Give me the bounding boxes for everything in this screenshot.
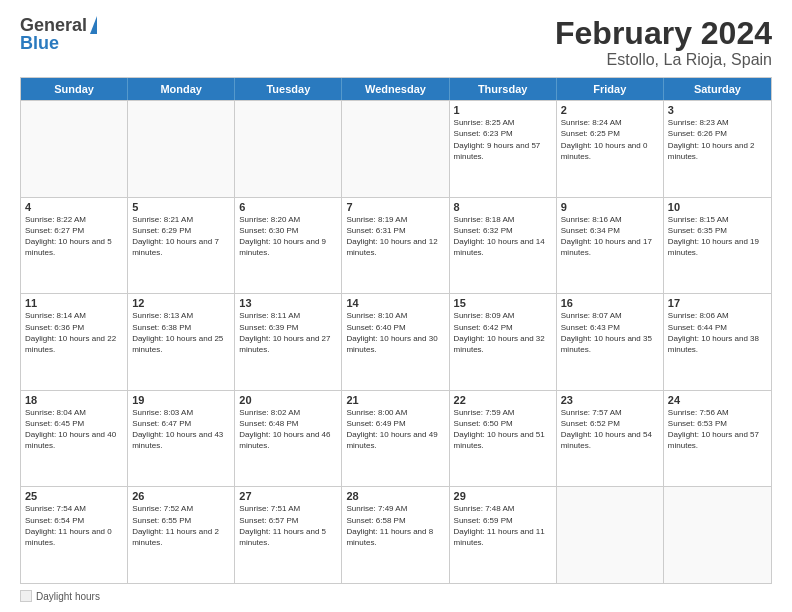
calendar-body: 1Sunrise: 8:25 AMSunset: 6:23 PMDaylight…: [21, 100, 771, 583]
day-number: 2: [561, 104, 659, 116]
page: General Blue February 2024 Estollo, La R…: [0, 0, 792, 612]
day-header-saturday: Saturday: [664, 78, 771, 100]
day-number: 26: [132, 490, 230, 502]
day-cell-22: 22Sunrise: 7:59 AMSunset: 6:50 PMDayligh…: [450, 391, 557, 487]
day-number: 14: [346, 297, 444, 309]
day-info: Sunrise: 8:02 AMSunset: 6:48 PMDaylight:…: [239, 407, 337, 452]
day-number: 27: [239, 490, 337, 502]
day-info: Sunrise: 8:16 AMSunset: 6:34 PMDaylight:…: [561, 214, 659, 259]
day-cell-23: 23Sunrise: 7:57 AMSunset: 6:52 PMDayligh…: [557, 391, 664, 487]
day-cell-1: 1Sunrise: 8:25 AMSunset: 6:23 PMDaylight…: [450, 101, 557, 197]
logo-blue-text: Blue: [20, 34, 97, 52]
footer: Daylight hours: [20, 590, 772, 602]
day-number: 25: [25, 490, 123, 502]
day-number: 13: [239, 297, 337, 309]
day-info: Sunrise: 7:59 AMSunset: 6:50 PMDaylight:…: [454, 407, 552, 452]
day-cell-9: 9Sunrise: 8:16 AMSunset: 6:34 PMDaylight…: [557, 198, 664, 294]
day-cell-21: 21Sunrise: 8:00 AMSunset: 6:49 PMDayligh…: [342, 391, 449, 487]
day-info: Sunrise: 8:06 AMSunset: 6:44 PMDaylight:…: [668, 310, 767, 355]
empty-cell: [21, 101, 128, 197]
calendar-week-1: 1Sunrise: 8:25 AMSunset: 6:23 PMDaylight…: [21, 100, 771, 197]
day-number: 8: [454, 201, 552, 213]
empty-cell: [235, 101, 342, 197]
day-cell-18: 18Sunrise: 8:04 AMSunset: 6:45 PMDayligh…: [21, 391, 128, 487]
day-info: Sunrise: 8:18 AMSunset: 6:32 PMDaylight:…: [454, 214, 552, 259]
day-info: Sunrise: 8:20 AMSunset: 6:30 PMDaylight:…: [239, 214, 337, 259]
day-cell-25: 25Sunrise: 7:54 AMSunset: 6:54 PMDayligh…: [21, 487, 128, 583]
footer-label: Daylight hours: [36, 591, 100, 602]
day-header-wednesday: Wednesday: [342, 78, 449, 100]
day-info: Sunrise: 8:11 AMSunset: 6:39 PMDaylight:…: [239, 310, 337, 355]
calendar-week-5: 25Sunrise: 7:54 AMSunset: 6:54 PMDayligh…: [21, 486, 771, 583]
day-number: 29: [454, 490, 552, 502]
day-header-sunday: Sunday: [21, 78, 128, 100]
day-info: Sunrise: 8:00 AMSunset: 6:49 PMDaylight:…: [346, 407, 444, 452]
day-number: 9: [561, 201, 659, 213]
day-info: Sunrise: 8:04 AMSunset: 6:45 PMDaylight:…: [25, 407, 123, 452]
day-info: Sunrise: 8:25 AMSunset: 6:23 PMDaylight:…: [454, 117, 552, 162]
day-cell-17: 17Sunrise: 8:06 AMSunset: 6:44 PMDayligh…: [664, 294, 771, 390]
day-number: 18: [25, 394, 123, 406]
daylight-indicator: [20, 590, 32, 602]
day-number: 4: [25, 201, 123, 213]
day-number: 23: [561, 394, 659, 406]
day-info: Sunrise: 8:21 AMSunset: 6:29 PMDaylight:…: [132, 214, 230, 259]
day-cell-15: 15Sunrise: 8:09 AMSunset: 6:42 PMDayligh…: [450, 294, 557, 390]
day-cell-12: 12Sunrise: 8:13 AMSunset: 6:38 PMDayligh…: [128, 294, 235, 390]
day-cell-28: 28Sunrise: 7:49 AMSunset: 6:58 PMDayligh…: [342, 487, 449, 583]
day-info: Sunrise: 7:49 AMSunset: 6:58 PMDaylight:…: [346, 503, 444, 548]
day-cell-24: 24Sunrise: 7:56 AMSunset: 6:53 PMDayligh…: [664, 391, 771, 487]
day-info: Sunrise: 8:23 AMSunset: 6:26 PMDaylight:…: [668, 117, 767, 162]
day-cell-7: 7Sunrise: 8:19 AMSunset: 6:31 PMDaylight…: [342, 198, 449, 294]
day-info: Sunrise: 7:57 AMSunset: 6:52 PMDaylight:…: [561, 407, 659, 452]
day-number: 12: [132, 297, 230, 309]
logo: General Blue: [20, 16, 97, 52]
empty-cell: [128, 101, 235, 197]
day-info: Sunrise: 8:10 AMSunset: 6:40 PMDaylight:…: [346, 310, 444, 355]
day-cell-14: 14Sunrise: 8:10 AMSunset: 6:40 PMDayligh…: [342, 294, 449, 390]
calendar-header: SundayMondayTuesdayWednesdayThursdayFrid…: [21, 78, 771, 100]
day-info: Sunrise: 8:13 AMSunset: 6:38 PMDaylight:…: [132, 310, 230, 355]
calendar: SundayMondayTuesdayWednesdayThursdayFrid…: [20, 77, 772, 584]
day-info: Sunrise: 8:15 AMSunset: 6:35 PMDaylight:…: [668, 214, 767, 259]
logo-general-text: General: [20, 16, 87, 34]
empty-cell: [664, 487, 771, 583]
day-cell-10: 10Sunrise: 8:15 AMSunset: 6:35 PMDayligh…: [664, 198, 771, 294]
header: General Blue February 2024 Estollo, La R…: [20, 16, 772, 69]
day-cell-19: 19Sunrise: 8:03 AMSunset: 6:47 PMDayligh…: [128, 391, 235, 487]
calendar-location: Estollo, La Rioja, Spain: [555, 51, 772, 69]
day-cell-13: 13Sunrise: 8:11 AMSunset: 6:39 PMDayligh…: [235, 294, 342, 390]
day-cell-8: 8Sunrise: 8:18 AMSunset: 6:32 PMDaylight…: [450, 198, 557, 294]
day-cell-6: 6Sunrise: 8:20 AMSunset: 6:30 PMDaylight…: [235, 198, 342, 294]
calendar-week-3: 11Sunrise: 8:14 AMSunset: 6:36 PMDayligh…: [21, 293, 771, 390]
day-number: 7: [346, 201, 444, 213]
day-number: 17: [668, 297, 767, 309]
day-cell-2: 2Sunrise: 8:24 AMSunset: 6:25 PMDaylight…: [557, 101, 664, 197]
day-cell-27: 27Sunrise: 7:51 AMSunset: 6:57 PMDayligh…: [235, 487, 342, 583]
day-cell-5: 5Sunrise: 8:21 AMSunset: 6:29 PMDaylight…: [128, 198, 235, 294]
day-info: Sunrise: 8:24 AMSunset: 6:25 PMDaylight:…: [561, 117, 659, 162]
day-cell-20: 20Sunrise: 8:02 AMSunset: 6:48 PMDayligh…: [235, 391, 342, 487]
day-number: 6: [239, 201, 337, 213]
calendar-week-2: 4Sunrise: 8:22 AMSunset: 6:27 PMDaylight…: [21, 197, 771, 294]
day-cell-16: 16Sunrise: 8:07 AMSunset: 6:43 PMDayligh…: [557, 294, 664, 390]
day-number: 5: [132, 201, 230, 213]
day-cell-26: 26Sunrise: 7:52 AMSunset: 6:55 PMDayligh…: [128, 487, 235, 583]
empty-cell: [342, 101, 449, 197]
day-info: Sunrise: 7:54 AMSunset: 6:54 PMDaylight:…: [25, 503, 123, 548]
day-number: 1: [454, 104, 552, 116]
day-info: Sunrise: 8:09 AMSunset: 6:42 PMDaylight:…: [454, 310, 552, 355]
day-number: 15: [454, 297, 552, 309]
day-number: 3: [668, 104, 767, 116]
day-cell-4: 4Sunrise: 8:22 AMSunset: 6:27 PMDaylight…: [21, 198, 128, 294]
day-info: Sunrise: 7:56 AMSunset: 6:53 PMDaylight:…: [668, 407, 767, 452]
day-cell-11: 11Sunrise: 8:14 AMSunset: 6:36 PMDayligh…: [21, 294, 128, 390]
day-info: Sunrise: 7:52 AMSunset: 6:55 PMDaylight:…: [132, 503, 230, 548]
day-cell-29: 29Sunrise: 7:48 AMSunset: 6:59 PMDayligh…: [450, 487, 557, 583]
day-number: 16: [561, 297, 659, 309]
day-header-tuesday: Tuesday: [235, 78, 342, 100]
day-info: Sunrise: 8:22 AMSunset: 6:27 PMDaylight:…: [25, 214, 123, 259]
day-info: Sunrise: 7:51 AMSunset: 6:57 PMDaylight:…: [239, 503, 337, 548]
day-number: 11: [25, 297, 123, 309]
day-info: Sunrise: 8:07 AMSunset: 6:43 PMDaylight:…: [561, 310, 659, 355]
